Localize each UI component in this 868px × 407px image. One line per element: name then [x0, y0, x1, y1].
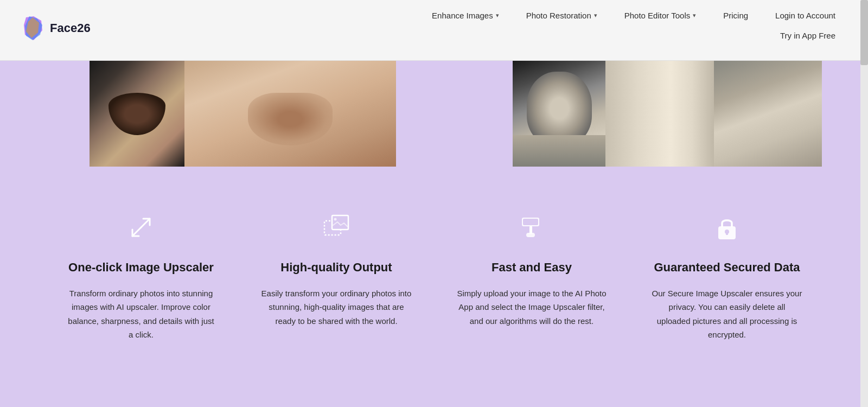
enhance-chevron-icon: ▾ — [496, 12, 499, 19]
hero-images-section — [0, 61, 868, 167]
image-quality-icon — [319, 210, 354, 245]
svg-rect-10 — [526, 233, 535, 237]
lock-icon — [710, 210, 744, 245]
svg-point-6 — [334, 218, 337, 221]
feature-secured-desc: Our Secure Image Upscaler ensures your p… — [651, 287, 803, 342]
header-nav: Enhance Images ▾ Photo Restoration ▾ Pho… — [421, 0, 846, 43]
svg-line-1 — [141, 219, 150, 227]
expand-icon — [124, 210, 158, 245]
feature-card-secured: Guaranteed Secured Data Our Secure Image… — [629, 199, 825, 384]
nav-login[interactable]: Login to Account — [764, 8, 846, 23]
nav-photo-editor-tools[interactable]: Photo Editor Tools ▾ — [614, 8, 707, 23]
features-section: One-click Image Upscaler Transform ordin… — [0, 167, 868, 407]
feature-card-quality: High-quality Output Easily transform you… — [239, 199, 434, 384]
scrollbar-thumb[interactable] — [860, 0, 868, 65]
svg-rect-8 — [523, 219, 538, 225]
bw-face-image — [513, 61, 605, 167]
nav-pricing[interactable]: Pricing — [712, 8, 759, 23]
restoration-chevron-icon: ▾ — [594, 12, 597, 19]
svg-rect-9 — [529, 226, 532, 234]
logo-icon — [22, 15, 44, 41]
eye-image — [90, 61, 184, 167]
feature-fast-desc: Simply upload your image to the AI Photo… — [456, 287, 608, 328]
feature-quality-title: High-quality Output — [280, 260, 392, 276]
svg-rect-3 — [332, 215, 348, 230]
bw-chin-image — [714, 61, 822, 167]
nose-image — [184, 61, 396, 167]
bw-neck-image — [605, 61, 713, 167]
feature-quality-desc: Easily transform your ordinary photos in… — [260, 287, 412, 328]
try-app-button[interactable]: Try in App Free — [769, 28, 846, 43]
scrollbar[interactable] — [860, 0, 868, 407]
logo[interactable]: Face26 — [22, 15, 91, 41]
paint-tool-icon — [514, 210, 549, 245]
feature-card-fast: Fast and Easy Simply upload your image t… — [434, 199, 629, 384]
tools-chevron-icon: ▾ — [693, 12, 696, 19]
feature-card-upscaler: One-click Image Upscaler Transform ordin… — [43, 199, 239, 384]
nav-enhance-images[interactable]: Enhance Images ▾ — [421, 8, 510, 23]
feature-fast-title: Fast and Easy — [492, 260, 572, 276]
svg-rect-13 — [726, 232, 728, 235]
header: Face26 Enhance Images ▾ Photo Restoratio… — [0, 0, 868, 61]
feature-secured-title: Guaranteed Secured Data — [654, 260, 800, 276]
hero-right-images — [513, 61, 822, 167]
logo-text: Face26 — [50, 21, 91, 35]
svg-line-0 — [132, 227, 141, 236]
feature-upscaler-title: One-click Image Upscaler — [68, 260, 214, 276]
hero-left-images — [90, 61, 399, 167]
nav-photo-restoration[interactable]: Photo Restoration ▾ — [515, 8, 608, 23]
feature-upscaler-desc: Transform ordinary photos into stunning … — [65, 287, 217, 342]
